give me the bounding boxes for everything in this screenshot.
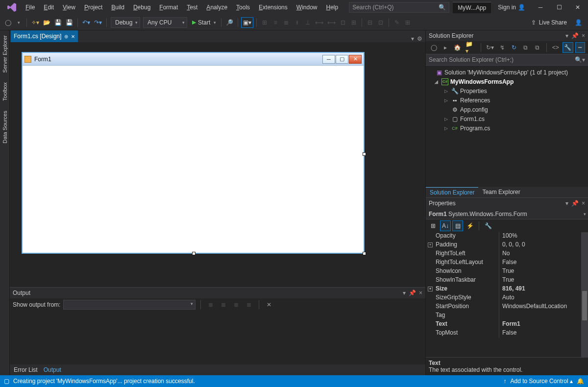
new-item-button[interactable]: ✧▾ xyxy=(30,17,41,28)
sol-show-icon[interactable]: ⧉ xyxy=(533,42,542,53)
menu-help[interactable]: Help xyxy=(322,2,342,13)
chevron-right-icon[interactable]: ▷ xyxy=(444,126,449,131)
prop-row-padding[interactable]: Padding+0, 0, 0, 0 xyxy=(426,241,588,250)
align-btn-1[interactable]: ⊞ xyxy=(260,17,270,28)
save-button[interactable]: 💾 xyxy=(53,17,63,28)
sol-sync-icon[interactable]: 📁▾ xyxy=(464,42,477,53)
menu-project[interactable]: Project xyxy=(80,2,106,13)
alphabetical-icon[interactable]: A↓ xyxy=(440,220,451,231)
sol-fwd-icon[interactable]: ▸ xyxy=(441,42,450,53)
tabs-gear-icon[interactable]: ⚙ xyxy=(417,35,422,42)
source-control-button[interactable]: Add to Source Control ▴ xyxy=(511,378,573,385)
out-btn-3[interactable]: ≣ xyxy=(231,299,241,310)
config-combo[interactable]: Debug xyxy=(111,17,140,28)
tab-solution-explorer[interactable]: Solution Explorer xyxy=(426,187,478,197)
sol-copy-icon[interactable]: ⧉ xyxy=(521,42,531,53)
tree-solution-root[interactable]: ▣ Solution 'MyWindowsFormsApp' (1 of 1 p… xyxy=(427,68,587,77)
prop-row-righttoleftlayout[interactable]: RightToLeftLayoutFalse xyxy=(426,259,588,267)
nav-back-button[interactable]: ◯ xyxy=(3,17,13,28)
align-btn-8[interactable]: ⊡ xyxy=(338,17,348,28)
output-close-icon[interactable]: × xyxy=(419,290,422,296)
live-share-button[interactable]: ⇪ Live Share 👤 xyxy=(528,19,585,26)
menu-debug[interactable]: Debug xyxy=(129,2,154,13)
prop-row-sizegripstyle[interactable]: SizeGripStyleAuto xyxy=(426,294,588,303)
search-input[interactable]: Search (Ctrl+Q) 🔍 xyxy=(349,2,449,13)
props-pin-icon[interactable]: 📌 xyxy=(571,200,579,207)
platform-combo[interactable]: Any CPU xyxy=(143,17,187,28)
save-all-button[interactable]: 💾 xyxy=(64,17,74,28)
sol-code-icon[interactable]: <> xyxy=(551,42,561,53)
sol-refresh-icon[interactable]: ↻▾ xyxy=(485,42,495,53)
align-btn-3[interactable]: ≣ xyxy=(281,17,291,28)
out-btn-2[interactable]: ≣ xyxy=(219,299,228,310)
sol-pin-icon[interactable]: 📌 xyxy=(571,32,579,39)
order-btn-1[interactable]: ⊟ xyxy=(365,17,375,28)
align-btn-2[interactable]: ≡ xyxy=(270,17,280,28)
misc-btn-1[interactable]: ✎ xyxy=(392,17,402,28)
menu-view[interactable]: View xyxy=(59,2,79,13)
close-tab-icon[interactable]: × xyxy=(71,33,75,40)
attach-button[interactable]: 🔎 xyxy=(224,17,235,28)
tree-appconfig[interactable]: ⚙ App.config xyxy=(427,105,587,114)
order-btn-2[interactable]: ⊡ xyxy=(376,17,386,28)
tree-program[interactable]: ▷ C# Program.cs xyxy=(427,123,587,133)
prop-row-showicon[interactable]: ShowIconTrue xyxy=(426,267,588,276)
tree-properties[interactable]: ▷ 🔧 Properties xyxy=(427,86,587,96)
out-btn-clear[interactable]: ✕ xyxy=(264,299,274,310)
start-button[interactable]: ▶ Start xyxy=(189,17,218,28)
feedback-icon[interactable]: 👤 xyxy=(575,19,582,26)
sol-back-icon[interactable]: ◯ xyxy=(429,42,439,53)
prop-row-showintaskbar[interactable]: ShowInTaskbarTrue xyxy=(426,276,588,285)
layout-button[interactable]: ▣▾ xyxy=(241,17,253,28)
tabs-dropdown-icon[interactable]: ▾ xyxy=(411,35,414,42)
prop-row-size[interactable]: Size+816, 491 xyxy=(426,285,588,294)
align-btn-4[interactable]: ⫵ xyxy=(292,17,302,28)
tree-project[interactable]: ◢ C# MyWindowsFormsApp xyxy=(427,77,587,86)
align-btn-9[interactable]: ⊞ xyxy=(349,17,359,28)
scrollbar[interactable] xyxy=(581,232,588,357)
sol-collapse-icon[interactable]: ↯ xyxy=(497,42,507,53)
tree-form1[interactable]: ▷ ▢ Form1.cs xyxy=(427,114,587,123)
pin-icon[interactable]: ⊕ xyxy=(64,34,68,39)
props-close-icon[interactable]: × xyxy=(582,200,585,207)
out-btn-1[interactable]: ≣ xyxy=(206,299,216,310)
resize-handle-s[interactable] xyxy=(192,252,196,255)
publish-icon[interactable]: ↑ xyxy=(504,378,507,385)
side-tab-server-explorer[interactable]: Server Explorer xyxy=(1,33,9,74)
doc-tab-form1[interactable]: Form1.cs [Design] ⊕ × xyxy=(11,30,78,42)
output-dropdown-icon[interactable]: ▾ xyxy=(403,290,406,296)
maximize-button[interactable]: ☐ xyxy=(551,0,567,14)
menu-format[interactable]: Format xyxy=(155,2,182,13)
side-tab-data-sources[interactable]: Data Sources xyxy=(1,109,9,145)
events-icon[interactable]: ⚡ xyxy=(465,220,475,231)
menu-test[interactable]: Test xyxy=(183,2,201,13)
designer-surface[interactable]: Form1 ─ ▢ ✕ xyxy=(10,42,425,287)
chevron-down-icon[interactable]: ◢ xyxy=(435,79,440,84)
tab-output[interactable]: Output xyxy=(44,366,61,373)
menu-build[interactable]: Build xyxy=(107,2,128,13)
property-object-combo[interactable]: Form1 System.Windows.Forms.Form xyxy=(426,209,588,219)
scrollbar-thumb[interactable] xyxy=(582,291,587,320)
menu-window[interactable]: Window xyxy=(293,2,321,13)
props-dropdown-icon[interactable]: ▾ xyxy=(565,200,568,207)
resize-handle-se[interactable] xyxy=(363,252,366,255)
prop-row-startposition[interactable]: StartPositionWindowsDefaultLocation xyxy=(426,303,588,312)
redo-button[interactable]: ↷▾ xyxy=(93,17,103,28)
expand-icon[interactable]: + xyxy=(428,287,433,291)
tab-error-list[interactable]: Error List xyxy=(14,366,38,373)
chevron-right-icon[interactable]: ▷ xyxy=(444,89,449,94)
close-button[interactable]: ✕ xyxy=(569,0,586,14)
expand-icon[interactable]: + xyxy=(428,242,433,247)
sol-close-icon[interactable]: × xyxy=(582,32,585,39)
prop-row-topmost[interactable]: TopMostFalse xyxy=(426,329,588,338)
sol-dropdown-icon[interactable]: ▾ xyxy=(565,32,568,39)
nav-fwd-button[interactable]: ▾ xyxy=(14,17,24,28)
chevron-right-icon[interactable]: ▷ xyxy=(444,98,449,103)
menu-edit[interactable]: Edit xyxy=(40,2,58,13)
tree-references[interactable]: ▷ ▪▪ References xyxy=(427,96,587,105)
menu-extensions[interactable]: Extensions xyxy=(255,2,292,13)
resize-handle-e[interactable] xyxy=(363,152,366,156)
minimize-button[interactable]: ─ xyxy=(532,0,549,14)
sol-wrench-icon[interactable]: 🔧 xyxy=(563,42,573,53)
undo-button[interactable]: ↶▾ xyxy=(81,17,92,28)
